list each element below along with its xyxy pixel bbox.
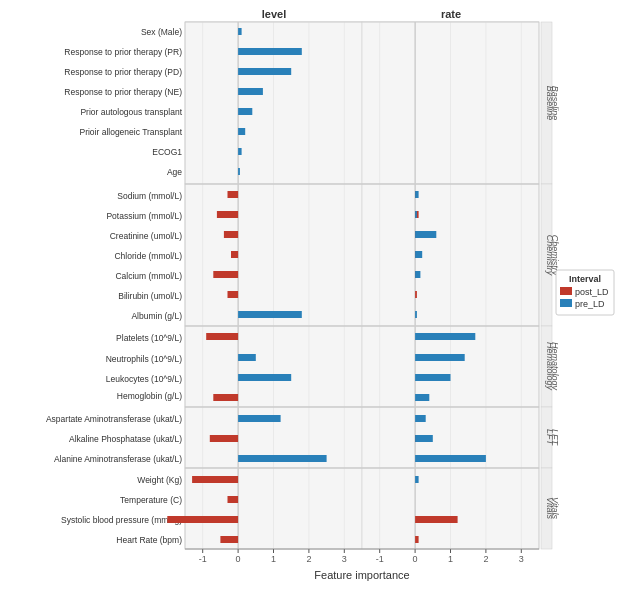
y-label-sodium: Sodium (mmol/L): [117, 191, 182, 201]
x-tick-level-1: 1: [271, 554, 276, 564]
x-tick-level-3: 3: [342, 554, 347, 564]
bar-pr-level-blue: [238, 48, 302, 55]
bar-age-level-blue: [238, 168, 240, 175]
legend-color-blue: [560, 299, 572, 307]
bar-albumin-level-blue: [238, 311, 302, 318]
svg-text:Baseline: Baseline: [545, 86, 555, 121]
col-header-rate: rate: [441, 8, 461, 20]
bar-neutrophils-level-blue: [238, 354, 256, 361]
y-label-pr: Response to prior therapy (PR): [64, 47, 182, 57]
bar-platelets-level-red: [206, 333, 238, 340]
y-label-potassium: Potassium (mmol/L): [106, 211, 182, 221]
legend-color-red: [560, 287, 572, 295]
y-label-chloride: Chloride (mmol/L): [114, 251, 182, 261]
bar-calcium-rate-blue: [415, 271, 420, 278]
bar-ecog-level-blue: [238, 148, 242, 155]
y-label-alp: Alkaline Phosphatase (ukat/L): [69, 434, 182, 444]
x-axis-label: Feature importance: [314, 569, 409, 581]
y-label-age: Age: [167, 167, 182, 177]
svg-text:Chemistry: Chemistry: [545, 235, 555, 276]
bar-weight-level-red: [192, 476, 238, 483]
bar-sbp-level-red: [167, 516, 238, 523]
y-label-hr: Heart Rate (bpm): [116, 535, 182, 545]
bar-ast-level-blue: [238, 415, 281, 422]
y-label-ast: Aspartate Aminotransferase (ukat/L): [46, 414, 182, 424]
bar-leukocytes-rate-blue: [415, 374, 450, 381]
svg-text:LFT: LFT: [545, 429, 555, 447]
x-tick-level-n1: -1: [199, 554, 207, 564]
x-tick-rate-2: 2: [483, 554, 488, 564]
bar-sex-level-blue: [238, 28, 242, 35]
bar-bilirubin-rate-red: [415, 291, 417, 298]
bar-hr-level-red: [220, 536, 238, 543]
bar-sodium-rate-blue: [415, 191, 419, 198]
bar-sodium-level-red: [228, 191, 239, 198]
bar-weight-rate-blue: [415, 476, 419, 483]
y-label-ne: Response to prior therapy (NE): [64, 87, 182, 97]
y-label-sbp: Systolic blood pressure (mmHg): [61, 515, 182, 525]
x-tick-rate-1: 1: [448, 554, 453, 564]
y-label-creatinine: Creatinine (umol/L): [110, 231, 182, 241]
bar-hr-rate-red: [415, 536, 419, 543]
x-tick-rate-3: 3: [519, 554, 524, 564]
y-label-platelets: Platelets (10^9/L): [116, 333, 182, 343]
y-label-weight: Weight (Kg): [137, 475, 182, 485]
bar-chloride-level-red: [231, 251, 238, 258]
bar-ast-rate-blue: [415, 415, 426, 422]
x-tick-level-2: 2: [306, 554, 311, 564]
y-label-calcium: Calcium (mmol/L): [115, 271, 182, 281]
bar-hemoglobin-level-red: [213, 394, 238, 401]
x-tick-rate-0: 0: [413, 554, 418, 564]
bar-allo-level-blue: [238, 128, 245, 135]
y-label-albumin: Albumin (g/L): [131, 311, 182, 321]
svg-text:Vitals: Vitals: [545, 497, 555, 519]
col-header-level: level: [262, 8, 286, 20]
main-svg: level rate: [0, 0, 619, 589]
bar-calcium-level-red: [213, 271, 238, 278]
legend-label-blue: pre_LD: [575, 299, 605, 309]
y-label-bilirubin: Bilirubin (umol/L): [118, 291, 182, 301]
bar-temp-level-red: [228, 496, 239, 503]
bar-potassium-rate-blue: [415, 211, 417, 218]
bar-alt-level-blue: [238, 455, 327, 462]
bar-alp-rate-blue: [415, 435, 433, 442]
y-label-pd: Response to prior therapy (PD): [64, 67, 182, 77]
bar-albumin-rate-blue: [415, 311, 417, 318]
bar-pd-level-blue: [238, 68, 291, 75]
bar-sbp-rate-red: [415, 516, 458, 523]
bar-bilirubin-level-red: [228, 291, 239, 298]
bar-alp-level-red: [210, 435, 238, 442]
y-label-autologous: Prior autologous transplant: [80, 107, 182, 117]
y-label-alt: Alanine Aminotransferase (ukat/L): [54, 454, 182, 464]
bar-creatinine-level-red: [224, 231, 238, 238]
svg-text:Hematology: Hematology: [545, 342, 555, 391]
y-label-leukocytes: Leukocytes (10^9/L): [106, 374, 182, 384]
bar-neutrophils-rate-blue: [415, 354, 465, 361]
x-tick-level-0: 0: [236, 554, 241, 564]
legend-title: Interval: [569, 274, 601, 284]
bar-hemoglobin-rate-blue: [415, 394, 429, 401]
y-label-neutrophils: Neutrophils (10^9/L): [106, 354, 182, 364]
y-label-hemoglobin: Hemoglobin (g/L): [117, 391, 182, 401]
bar-alt-rate-blue: [415, 455, 486, 462]
bar-chloride-rate-blue: [415, 251, 422, 258]
legend-label-red: post_LD: [575, 287, 609, 297]
bar-ne-level-blue: [238, 88, 263, 95]
y-label-sex: Sex (Male): [141, 27, 182, 37]
bar-auto-level-blue: [238, 108, 252, 115]
y-label-ecog: ECOG1: [152, 147, 182, 157]
y-label-allogeneic: Prioir allogeneic Transplant: [79, 127, 182, 137]
bar-creatinine-rate-blue: [415, 231, 436, 238]
y-label-temperature: Temperature (C): [120, 495, 182, 505]
bar-potassium-level-red: [217, 211, 238, 218]
bar-platelets-rate-blue: [415, 333, 475, 340]
chart-container: level rate: [0, 0, 619, 589]
x-tick-rate-n1: -1: [376, 554, 384, 564]
bar-leukocytes-level-blue: [238, 374, 291, 381]
